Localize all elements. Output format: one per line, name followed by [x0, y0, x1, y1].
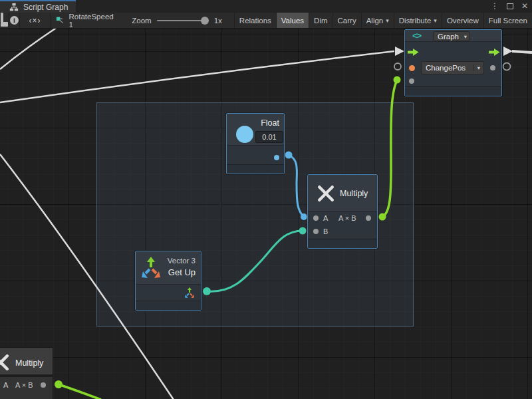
unconnected-ring-right — [503, 63, 511, 70]
full-screen-label: Full Screen — [489, 17, 527, 25]
get-up-node-footer — [136, 301, 201, 310]
wire-end-green-top — [394, 76, 401, 84]
wire-arrowhead-graph-input — [395, 47, 404, 56]
relations-button[interactable]: Relations — [234, 13, 276, 28]
multiply-x-icon — [317, 185, 334, 202]
wire-white-topleft — [0, 27, 57, 69]
zoom-slider-handle[interactable] — [201, 17, 209, 25]
port-label-a: A — [323, 214, 328, 222]
float-type-icon — [236, 126, 253, 143]
graph-node[interactable]: <> Graph ▾ ChangePos ▾ — [404, 29, 502, 96]
overview-label: Overview — [447, 17, 479, 25]
chevron-down-icon: ▾ — [462, 33, 469, 40]
distribute-label: Distribute — [399, 17, 432, 25]
wire-white-to-graph-input — [0, 51, 394, 102]
toolbar-buttons: Relations Values Dim Carry Align▾ Distri… — [234, 13, 532, 28]
port-vector3-output-icon[interactable] — [184, 287, 195, 299]
info-button[interactable]: i — [9, 13, 20, 28]
align-button[interactable]: Align▾ — [361, 13, 394, 28]
multiply-node-partial[interactable]: Multiply A A × B — [0, 347, 53, 399]
title-bar: Script Graph ⋮ ✕ — [0, 0, 532, 13]
wire-multiply2-output — [59, 384, 101, 399]
multiply-x-icon — [0, 354, 9, 371]
vector3-type-label: Vector 3 — [168, 257, 196, 265]
lock-icon — [1, 14, 8, 27]
port-label-axb: A × B — [15, 381, 33, 389]
port-multiply-b[interactable] — [313, 229, 319, 234]
changepos-dropdown[interactable]: ChangePos ▾ — [421, 61, 484, 74]
control-input-arrow-icon[interactable] — [408, 48, 419, 57]
graph-node-footer — [405, 86, 501, 96]
wire-white-graph-output — [512, 51, 532, 53]
dim-button[interactable]: Dim — [309, 13, 332, 28]
port-float-output[interactable] — [274, 155, 279, 160]
float-value-input[interactable]: 0.01 — [255, 131, 283, 143]
code-icon: ‹×› — [29, 16, 41, 25]
port-input-row3[interactable] — [409, 78, 414, 84]
wire-end-green-bottom — [379, 213, 386, 221]
port-multiply2-out[interactable] — [41, 382, 46, 388]
port-label-axb: A × B — [338, 214, 356, 222]
code-brackets-icon: <> — [412, 31, 421, 41]
wire-end-blue-top — [285, 152, 293, 159]
wire-end-green2 — [55, 380, 63, 388]
port-label-a: A — [3, 381, 8, 389]
port-label-b: B — [323, 227, 328, 235]
full-screen-button[interactable]: Full Screen — [483, 13, 532, 28]
tab-label: Script Graph — [23, 3, 68, 12]
vector3-axes-icon — [140, 257, 162, 279]
code-toggle-button[interactable]: ‹×› — [20, 13, 51, 28]
graph-asset-icon — [56, 16, 65, 25]
relations-label: Relations — [239, 17, 271, 25]
zoom-control: Zoom 1x — [122, 13, 226, 28]
zoom-value: 1x — [214, 17, 222, 25]
zoom-label: Zoom — [132, 17, 151, 25]
port-output-right[interactable] — [490, 65, 495, 70]
graph-canvas[interactable]: <> Graph ▾ ChangePos ▾ Float 0.01 — [0, 0, 532, 399]
port-multiply-out[interactable] — [366, 215, 371, 221]
graph-dropdown-label: Graph — [434, 33, 462, 41]
zoom-slider[interactable] — [157, 20, 209, 21]
control-output-arrow-icon[interactable] — [489, 48, 500, 57]
wire-float-to-multiply-a — [289, 155, 304, 217]
float-node-footer — [227, 164, 284, 174]
tab-script-graph[interactable]: Script Graph — [0, 0, 76, 13]
graph-dropdown[interactable]: Graph ▾ — [433, 31, 470, 41]
toolbar: i ‹×› RotateSpeed 1 Zoom 1x Relations Va… — [0, 13, 532, 29]
multiply-node-footer — [308, 239, 377, 248]
align-label: Align — [366, 17, 384, 25]
menu-icon[interactable]: ⋮ — [491, 0, 499, 13]
info-icon: i — [10, 16, 19, 25]
chevron-down-icon: ▾ — [434, 17, 437, 24]
float-node[interactable]: Float 0.01 — [226, 113, 285, 174]
port-multiply-a[interactable] — [313, 215, 319, 221]
changepos-dropdown-label: ChangePos — [422, 64, 473, 72]
values-button[interactable]: Values — [276, 13, 309, 28]
wire-end-teal-right — [299, 227, 307, 235]
lock-button[interactable] — [0, 13, 9, 28]
dim-label: Dim — [314, 17, 327, 25]
close-icon[interactable]: ✕ — [521, 0, 528, 13]
carry-label: Carry — [338, 17, 356, 25]
distribute-button[interactable]: Distribute▾ — [394, 13, 442, 28]
graph-breadcrumb[interactable]: RotateSpeed 1 — [51, 13, 122, 28]
chevron-down-icon: ▾ — [386, 17, 389, 24]
chevron-down-icon: ▾ — [473, 65, 483, 71]
multiply2-node-title: Multiply — [15, 358, 43, 368]
get-up-title: Get Up — [168, 267, 196, 277]
overview-button[interactable]: Overview — [442, 13, 483, 28]
float-value: 0.01 — [262, 133, 276, 141]
values-label: Values — [281, 17, 304, 25]
wire-getup-to-multiply-b — [207, 231, 303, 291]
get-up-node[interactable]: Vector 3 Get Up — [135, 251, 201, 311]
carry-button[interactable]: Carry — [332, 13, 361, 28]
unconnected-ring-left — [394, 63, 401, 70]
float-node-title: Float — [261, 118, 279, 128]
graph-name-label: RotateSpeed 1 — [69, 13, 115, 29]
wire-arrowhead-graph-output — [503, 47, 513, 56]
multiply-node-title: Multiply — [340, 189, 368, 198]
port-orange-input[interactable] — [409, 65, 415, 71]
wire-multiply-to-graph — [382, 80, 397, 217]
maximize-icon[interactable] — [507, 3, 513, 9]
multiply-node[interactable]: Multiply A A × B B — [307, 174, 378, 249]
